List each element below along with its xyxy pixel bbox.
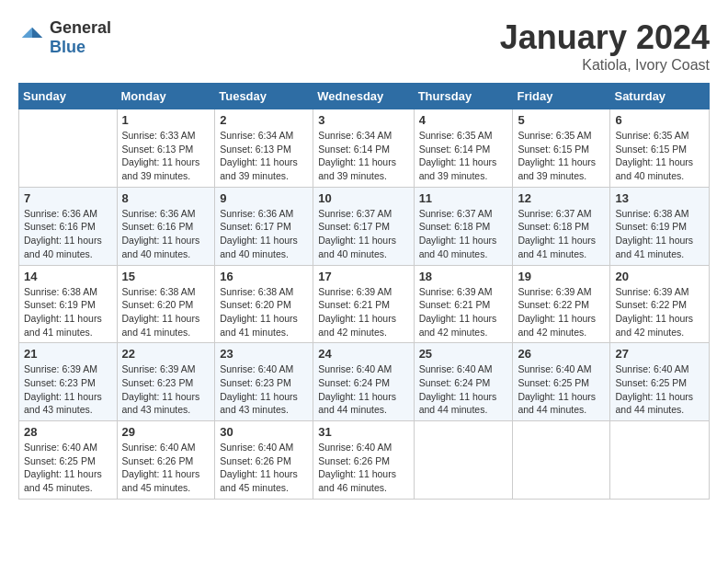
- table-row: 13Sunrise: 6:38 AM Sunset: 6:19 PM Dayli…: [610, 187, 710, 265]
- calendar-week-row: 1Sunrise: 6:33 AM Sunset: 6:13 PM Daylig…: [19, 109, 710, 188]
- header-saturday: Saturday: [610, 84, 710, 109]
- weekday-header-row: Sunday Monday Tuesday Wednesday Thursday…: [19, 84, 710, 109]
- table-row: 2Sunrise: 6:34 AM Sunset: 6:13 PM Daylig…: [215, 109, 313, 188]
- table-row: 16Sunrise: 6:38 AM Sunset: 6:20 PM Dayli…: [215, 265, 313, 343]
- logo-blue: Blue: [50, 38, 85, 56]
- day-number: 31: [318, 425, 408, 439]
- table-row: 4Sunrise: 6:35 AM Sunset: 6:14 PM Daylig…: [414, 109, 513, 188]
- day-info: Sunrise: 6:40 AM Sunset: 6:26 PM Dayligh…: [220, 441, 308, 495]
- logo: General Blue: [18, 18, 111, 57]
- header-wednesday: Wednesday: [313, 84, 414, 109]
- table-row: 25Sunrise: 6:40 AM Sunset: 6:24 PM Dayli…: [414, 343, 513, 421]
- day-number: 23: [220, 347, 308, 361]
- day-info: Sunrise: 6:36 AM Sunset: 6:16 PM Dayligh…: [24, 207, 112, 261]
- day-info: Sunrise: 6:40 AM Sunset: 6:26 PM Dayligh…: [122, 441, 210, 495]
- svg-marker-1: [22, 28, 32, 38]
- day-number: 13: [615, 191, 704, 205]
- day-info: Sunrise: 6:37 AM Sunset: 6:17 PM Dayligh…: [318, 207, 408, 261]
- day-info: Sunrise: 6:37 AM Sunset: 6:18 PM Dayligh…: [518, 207, 605, 261]
- day-info: Sunrise: 6:40 AM Sunset: 6:26 PM Dayligh…: [318, 441, 408, 495]
- day-number: 12: [518, 191, 605, 205]
- day-info: Sunrise: 6:40 AM Sunset: 6:24 PM Dayligh…: [318, 362, 408, 417]
- day-number: 27: [615, 347, 704, 361]
- day-info: Sunrise: 6:38 AM Sunset: 6:19 PM Dayligh…: [615, 207, 704, 261]
- table-row: 26Sunrise: 6:40 AM Sunset: 6:25 PM Dayli…: [513, 343, 610, 421]
- header-thursday: Thursday: [414, 84, 513, 109]
- calendar-table: Sunday Monday Tuesday Wednesday Thursday…: [18, 83, 710, 500]
- day-info: Sunrise: 6:33 AM Sunset: 6:13 PM Dayligh…: [122, 129, 210, 183]
- table-row: 17Sunrise: 6:39 AM Sunset: 6:21 PM Dayli…: [313, 265, 414, 343]
- day-info: Sunrise: 6:38 AM Sunset: 6:20 PM Dayligh…: [220, 285, 308, 339]
- table-row: 29Sunrise: 6:40 AM Sunset: 6:26 PM Dayli…: [117, 421, 215, 500]
- day-info: Sunrise: 6:39 AM Sunset: 6:22 PM Dayligh…: [518, 285, 605, 339]
- table-row: [414, 421, 513, 500]
- day-number: 26: [518, 347, 605, 361]
- day-number: 30: [220, 425, 308, 439]
- table-row: 23Sunrise: 6:40 AM Sunset: 6:23 PM Dayli…: [215, 343, 313, 421]
- calendar-week-row: 14Sunrise: 6:38 AM Sunset: 6:19 PM Dayli…: [19, 265, 710, 343]
- day-number: 1: [122, 113, 210, 127]
- calendar-title: January 2024: [500, 18, 710, 57]
- day-info: Sunrise: 6:35 AM Sunset: 6:15 PM Dayligh…: [615, 129, 704, 183]
- day-number: 14: [24, 270, 112, 283]
- day-info: Sunrise: 6:40 AM Sunset: 6:24 PM Dayligh…: [419, 362, 508, 417]
- day-info: Sunrise: 6:36 AM Sunset: 6:16 PM Dayligh…: [122, 207, 210, 261]
- day-number: 3: [318, 113, 408, 127]
- day-info: Sunrise: 6:39 AM Sunset: 6:23 PM Dayligh…: [24, 362, 112, 417]
- table-row: 15Sunrise: 6:38 AM Sunset: 6:20 PM Dayli…: [117, 265, 215, 343]
- day-info: Sunrise: 6:39 AM Sunset: 6:21 PM Dayligh…: [419, 285, 508, 339]
- calendar-week-row: 21Sunrise: 6:39 AM Sunset: 6:23 PM Dayli…: [19, 343, 710, 421]
- day-info: Sunrise: 6:37 AM Sunset: 6:18 PM Dayligh…: [419, 207, 508, 261]
- table-row: 3Sunrise: 6:34 AM Sunset: 6:14 PM Daylig…: [313, 109, 414, 188]
- day-info: Sunrise: 6:39 AM Sunset: 6:21 PM Dayligh…: [318, 285, 408, 339]
- table-row: 12Sunrise: 6:37 AM Sunset: 6:18 PM Dayli…: [513, 187, 610, 265]
- calendar-subtitle: Katiola, Ivory Coast: [500, 57, 710, 74]
- calendar-week-row: 28Sunrise: 6:40 AM Sunset: 6:25 PM Dayli…: [19, 421, 710, 500]
- day-info: Sunrise: 6:40 AM Sunset: 6:23 PM Dayligh…: [220, 362, 308, 417]
- day-number: 18: [419, 270, 508, 283]
- day-number: 21: [24, 347, 112, 361]
- table-row: 1Sunrise: 6:33 AM Sunset: 6:13 PM Daylig…: [117, 109, 215, 188]
- header-tuesday: Tuesday: [215, 84, 313, 109]
- table-row: 9Sunrise: 6:36 AM Sunset: 6:17 PM Daylig…: [215, 187, 313, 265]
- table-row: [19, 109, 118, 188]
- day-number: 10: [318, 191, 408, 205]
- day-number: 25: [419, 347, 508, 361]
- day-info: Sunrise: 6:39 AM Sunset: 6:22 PM Dayligh…: [615, 285, 704, 339]
- table-row: 11Sunrise: 6:37 AM Sunset: 6:18 PM Dayli…: [414, 187, 513, 265]
- table-row: 6Sunrise: 6:35 AM Sunset: 6:15 PM Daylig…: [610, 109, 710, 188]
- day-info: Sunrise: 6:39 AM Sunset: 6:23 PM Dayligh…: [122, 362, 210, 417]
- day-number: 16: [220, 270, 308, 283]
- table-row: 18Sunrise: 6:39 AM Sunset: 6:21 PM Dayli…: [414, 265, 513, 343]
- day-number: 9: [220, 191, 308, 205]
- header-friday: Friday: [513, 84, 610, 109]
- calendar-body: 1Sunrise: 6:33 AM Sunset: 6:13 PM Daylig…: [19, 109, 710, 500]
- logo-icon: [18, 24, 46, 52]
- day-info: Sunrise: 6:38 AM Sunset: 6:19 PM Dayligh…: [24, 285, 112, 339]
- day-number: 28: [24, 425, 112, 439]
- table-row: 20Sunrise: 6:39 AM Sunset: 6:22 PM Dayli…: [610, 265, 710, 343]
- day-number: 24: [318, 347, 408, 361]
- calendar-week-row: 7Sunrise: 6:36 AM Sunset: 6:16 PM Daylig…: [19, 187, 710, 265]
- day-info: Sunrise: 6:38 AM Sunset: 6:20 PM Dayligh…: [122, 285, 210, 339]
- day-info: Sunrise: 6:40 AM Sunset: 6:25 PM Dayligh…: [518, 362, 605, 417]
- day-info: Sunrise: 6:35 AM Sunset: 6:15 PM Dayligh…: [518, 129, 605, 183]
- table-row: 5Sunrise: 6:35 AM Sunset: 6:15 PM Daylig…: [513, 109, 610, 188]
- day-number: 7: [24, 191, 112, 205]
- table-row: [513, 421, 610, 500]
- day-info: Sunrise: 6:34 AM Sunset: 6:13 PM Dayligh…: [220, 129, 308, 183]
- table-row: 27Sunrise: 6:40 AM Sunset: 6:25 PM Dayli…: [610, 343, 710, 421]
- day-number: 8: [122, 191, 210, 205]
- day-number: 6: [615, 113, 704, 127]
- table-row: 7Sunrise: 6:36 AM Sunset: 6:16 PM Daylig…: [19, 187, 118, 265]
- day-info: Sunrise: 6:40 AM Sunset: 6:25 PM Dayligh…: [615, 362, 704, 417]
- table-row: 14Sunrise: 6:38 AM Sunset: 6:19 PM Dayli…: [19, 265, 118, 343]
- day-info: Sunrise: 6:40 AM Sunset: 6:25 PM Dayligh…: [24, 441, 112, 495]
- table-row: 19Sunrise: 6:39 AM Sunset: 6:22 PM Dayli…: [513, 265, 610, 343]
- table-row: [610, 421, 710, 500]
- table-row: 10Sunrise: 6:37 AM Sunset: 6:17 PM Dayli…: [313, 187, 414, 265]
- day-number: 29: [122, 425, 210, 439]
- header-monday: Monday: [117, 84, 215, 109]
- table-row: 28Sunrise: 6:40 AM Sunset: 6:25 PM Dayli…: [19, 421, 118, 500]
- day-number: 19: [518, 270, 605, 283]
